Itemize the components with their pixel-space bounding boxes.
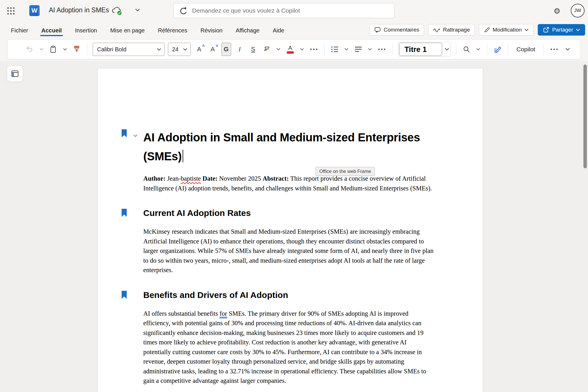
copilot-search-placeholder: Demandez ce que vous voulez à Copilot (192, 7, 300, 14)
grammar-flagged-word: for (220, 310, 227, 317)
account-avatar[interactable]: JW (571, 4, 585, 17)
current-style: Titre 1 (399, 43, 442, 56)
ribbon-tabs: Fichier Accueil Insertion Mise en page R… (10, 22, 285, 39)
catch-up-wave-icon (433, 27, 440, 33)
copilot-search-input[interactable]: Demandez ce que vous voulez à Copilot (173, 3, 394, 18)
avatar-initials: JW (574, 8, 581, 13)
comments-button[interactable]: Commentaires (369, 24, 424, 36)
benefits-paragraph[interactable]: AI offers substantial benefits for SMEs.… (143, 309, 435, 386)
tab-accueil[interactable]: Accueil (41, 23, 62, 38)
undo-dropdown-chevron-icon[interactable] (38, 43, 45, 56)
highlight-dropdown-chevron-icon[interactable] (275, 43, 282, 56)
vertical-scrollbar-thumb[interactable] (583, 65, 587, 168)
waffle-grid-icon (7, 7, 15, 15)
copilot-icon (179, 6, 187, 15)
saved-to-cloud-icon[interactable] (111, 6, 123, 16)
more-font-options-icon[interactable] (309, 43, 319, 56)
grow-font-button[interactable]: A˄ (194, 43, 204, 56)
adoption-rates-paragraph[interactable]: McKinsey research indicates that Small a… (143, 227, 435, 275)
font-name-select[interactable]: Calibri Bold (93, 43, 165, 56)
bookmark-icon[interactable] (121, 129, 127, 138)
search-dropdown-chevron-icon[interactable] (475, 43, 481, 56)
share-button[interactable]: Partager (538, 24, 585, 36)
chevron-down-icon (524, 28, 529, 32)
paste-dropdown-chevron-icon[interactable] (62, 43, 68, 56)
divider (543, 43, 544, 55)
chevron-down-icon (576, 28, 580, 32)
catch-up-button[interactable]: Rattrapage (428, 24, 475, 36)
document-heading-1[interactable]: AI Adoption in Small and Medium-sized En… (143, 128, 435, 166)
alignment-button[interactable] (353, 43, 363, 56)
text-highlight-button[interactable] (262, 43, 272, 56)
document-body[interactable]: AI Adoption in Small and Medium-sized En… (143, 128, 435, 386)
italic-button[interactable]: I (235, 43, 245, 56)
divider (324, 43, 324, 55)
more-paragraph-options-icon[interactable] (377, 43, 387, 56)
settings-gear-icon[interactable]: ⚙ (551, 5, 563, 17)
top-bar: W AI Adoption in SMEs Demandez ce que vo… (0, 0, 588, 22)
styles-gallery[interactable]: Titre 1 (398, 42, 450, 57)
word-app-icon[interactable]: W (29, 5, 40, 16)
collapse-ribbon-chevron-icon[interactable] (563, 43, 572, 56)
chevron-down-icon (183, 48, 187, 51)
navigation-pane-toggle[interactable] (7, 66, 23, 81)
divider (508, 43, 508, 55)
comment-bubble-icon (374, 26, 381, 33)
tab-affichage[interactable]: Affichage (235, 23, 260, 38)
divider (392, 43, 392, 55)
paste-clipboard-button[interactable] (48, 43, 58, 56)
document-title[interactable]: AI Adoption in SMEs (49, 6, 109, 14)
undo-button[interactable] (25, 43, 34, 56)
document-heading-2[interactable]: Benefits and Drivers of AI Adoption (143, 289, 435, 301)
section-benefits: Benefits and Drivers of AI Adoption (143, 289, 435, 301)
bookmark-icon[interactable] (121, 290, 127, 299)
font-size-select[interactable]: 24 (168, 43, 191, 56)
edit-pen-icon (484, 27, 490, 33)
section-adoption-rates: Current AI Adoption Rates (143, 207, 435, 219)
menu-bar-actions: Commentaires Rattrapage Modification Par… (369, 24, 585, 36)
editing-mode-button[interactable]: Modification (479, 24, 534, 36)
shrink-font-button[interactable]: A˅ (208, 43, 218, 56)
font-color-button[interactable]: A (285, 43, 295, 56)
tab-mise-en-page[interactable]: Mise en page (110, 23, 145, 38)
editor-button[interactable] (493, 43, 502, 56)
word-logo-letter: W (29, 5, 40, 16)
bold-button[interactable]: G (221, 43, 231, 56)
copilot-ribbon-button[interactable]: Copilot (514, 46, 538, 53)
chevron-down-icon (157, 48, 161, 51)
divider (456, 43, 456, 55)
heading-collapse-chevron-icon[interactable] (133, 134, 138, 137)
tab-insertion[interactable]: Insertion (74, 23, 98, 38)
bookmark-icon[interactable] (121, 208, 127, 217)
underline-button[interactable]: S (248, 43, 258, 56)
divider (487, 43, 487, 55)
frame-tooltip: Office on the web Frame (316, 167, 375, 176)
title-section: AI Adoption in Small and Medium-sized En… (143, 128, 435, 166)
meta-paragraph[interactable]: Author: Jean-baptiste Date: November 202… (143, 174, 435, 193)
format-painter-button[interactable] (72, 43, 82, 56)
more-ribbon-options-icon[interactable] (549, 43, 559, 56)
tab-revision[interactable]: Révision (200, 23, 223, 38)
list-dropdown-chevron-icon[interactable] (343, 43, 350, 56)
divider (87, 43, 87, 55)
menu-bar: Fichier Accueil Insertion Mise en page R… (0, 22, 588, 39)
share-icon (543, 26, 550, 33)
font-color-dropdown-chevron-icon[interactable] (299, 43, 305, 56)
ribbon-container: Calibri Bold 24 A˄ A˅ G I S (0, 39, 588, 61)
find-search-button[interactable] (462, 43, 471, 56)
alignment-dropdown-chevron-icon[interactable] (367, 43, 373, 56)
app-launcher-icon[interactable] (6, 6, 16, 16)
document-heading-2[interactable]: Current AI Adoption Rates (143, 207, 435, 219)
bullet-list-button[interactable] (330, 43, 340, 56)
title-dropdown-chevron-icon[interactable] (134, 8, 141, 12)
navigation-pane-icon (11, 70, 19, 78)
tab-references[interactable]: Références (157, 23, 188, 38)
document-page[interactable]: Office on the web Frame AI Adoption in S… (98, 68, 483, 392)
home-ribbon: Calibri Bold 24 A˄ A˅ G I S (7, 39, 581, 59)
editor-pen-icon (493, 45, 502, 54)
tab-fichier[interactable]: Fichier (10, 23, 29, 38)
misspelled-word: baptiste (181, 175, 201, 182)
text-cursor (183, 150, 183, 162)
tab-aide[interactable]: Aide (272, 23, 285, 38)
styles-dropdown-chevron-icon (444, 48, 449, 51)
